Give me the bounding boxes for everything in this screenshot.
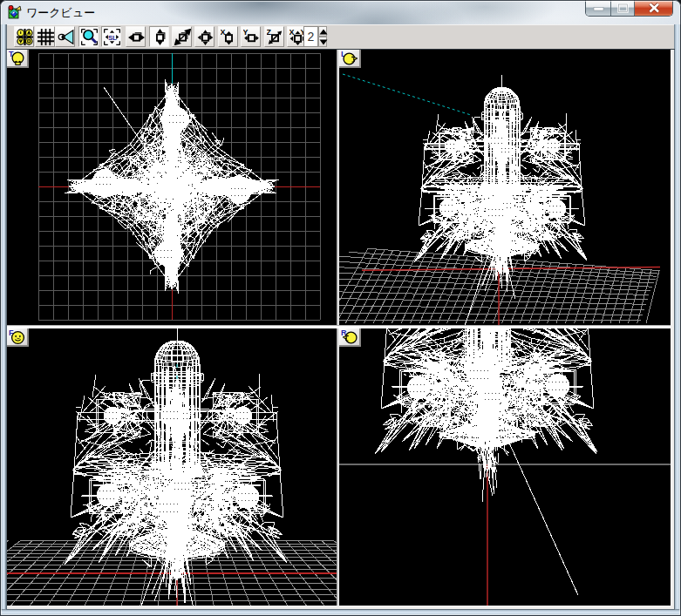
svg-text:Y: Y [243, 29, 248, 37]
svg-text:X: X [289, 29, 294, 37]
svg-text:SL: SL [108, 34, 117, 42]
svg-text:X: X [221, 29, 225, 37]
svg-text:Z: Z [267, 29, 271, 37]
